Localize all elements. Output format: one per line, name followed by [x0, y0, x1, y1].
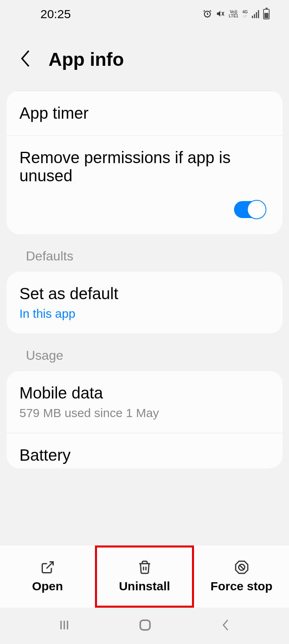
app-timer-label: App timer — [19, 104, 270, 122]
page-title: App info — [49, 48, 124, 70]
card-usage: Mobile data 579 MB used since 1 May Batt… — [6, 371, 283, 468]
uninstall-label: Uninstall — [119, 579, 170, 593]
section-usage-header: Usage — [6, 334, 283, 371]
alarm-icon — [203, 7, 212, 21]
set-default-label: Set as default — [19, 285, 270, 303]
mobile-data-label: Mobile data — [19, 384, 270, 402]
mute-icon — [216, 7, 225, 21]
home-icon[interactable] — [138, 618, 152, 634]
row-battery[interactable]: Battery — [6, 433, 283, 468]
remove-permissions-label: Remove permissions if app is unused — [19, 149, 270, 185]
status-time: 20:25 — [40, 7, 71, 21]
trash-icon — [137, 560, 152, 575]
open-button[interactable]: Open — [0, 545, 95, 608]
row-mobile-data[interactable]: Mobile data 579 MB used since 1 May — [6, 371, 283, 433]
open-icon — [40, 560, 55, 575]
battery-label: Battery — [19, 446, 270, 464]
set-default-sub: In this app — [19, 307, 270, 321]
open-label: Open — [32, 579, 63, 593]
header: App info — [0, 28, 289, 90]
bottom-actions: Open Uninstall Force stop — [0, 545, 289, 608]
force-stop-label: Force stop — [211, 579, 272, 593]
remove-permissions-toggle[interactable] — [234, 201, 266, 218]
row-set-default[interactable]: Set as default In this app — [6, 272, 283, 334]
stop-icon — [234, 560, 249, 575]
uninstall-button[interactable]: Uninstall — [95, 545, 194, 608]
mobile-data-sub: 579 MB used since 1 May — [19, 406, 270, 420]
nav-bar — [0, 608, 289, 644]
status-bar: 20:25 Vo)) LTE1 4G ↓↑ — [0, 0, 289, 28]
battery-icon — [263, 9, 270, 19]
status-icons: Vo)) LTE1 4G ↓↑ — [203, 7, 270, 21]
volte-indicator: Vo)) LTE1 — [229, 10, 238, 18]
force-stop-button[interactable]: Force stop — [194, 545, 289, 608]
svg-rect-2 — [140, 620, 150, 630]
signal-icon — [252, 10, 259, 18]
card-defaults: Set as default In this app — [6, 272, 283, 334]
section-defaults-header: Defaults — [6, 234, 283, 272]
card-general: App timer Remove permissions if app is u… — [6, 90, 283, 234]
row-remove-permissions[interactable]: Remove permissions if app is unused — [6, 135, 283, 234]
row-app-timer[interactable]: App timer — [6, 91, 283, 135]
back-icon[interactable] — [19, 49, 32, 70]
network-indicator: 4G ↓↑ — [243, 10, 248, 18]
content: App timer Remove permissions if app is u… — [0, 90, 289, 545]
nav-back-icon[interactable] — [220, 618, 231, 634]
recents-icon[interactable] — [58, 619, 71, 633]
